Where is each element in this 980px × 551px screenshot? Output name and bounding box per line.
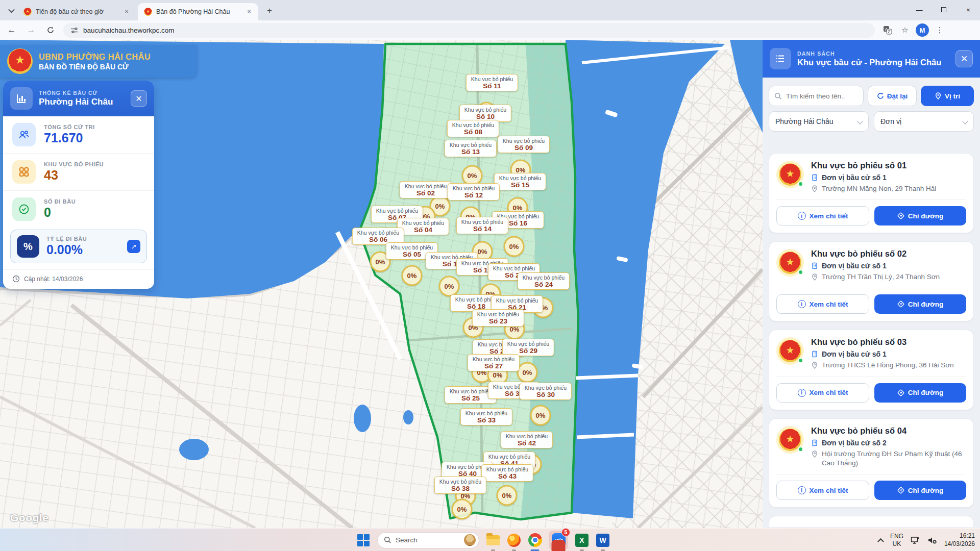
sidebar-header: DANH SÁCH Khu vực bầu cử - Phường Hải Ch… — [763, 40, 980, 78]
stat-total-voters: TỔNG SỐ CỬ TRI 71.670 — [3, 116, 154, 153]
check-circle-icon — [12, 197, 36, 221]
info-icon: i — [798, 389, 806, 397]
tab-election-progress[interactable]: Tiến độ bầu cử theo giờ × — [17, 3, 136, 20]
directions-button[interactable]: Chỉ đường — [874, 481, 966, 500]
divider — [776, 199, 966, 200]
polling-station-card: Khu vực bỏ phiếu số 01Đơn vị bầu cử số 1… — [769, 153, 974, 233]
ward-filter-select[interactable]: Phường Hải Châu — [769, 111, 869, 132]
search-icon — [384, 536, 391, 544]
sidebar: DANH SÁCH Khu vực bầu cử - Phường Hải Ch… — [763, 40, 980, 528]
grid-icon — [12, 160, 36, 184]
location-pin-icon — [811, 450, 818, 458]
directions-button[interactable]: Chỉ đường — [874, 294, 966, 314]
stats-header-title: Phường Hải Châu — [39, 97, 113, 107]
google-logo: Google — [10, 512, 48, 524]
view-details-button[interactable]: iXem chi tiết — [776, 383, 869, 403]
close-window-icon[interactable]: × — [961, 2, 976, 17]
taskbar-search[interactable]: Search — [377, 532, 479, 548]
status-dot — [798, 358, 803, 363]
building-icon — [811, 439, 818, 446]
emblem-avatar — [776, 161, 804, 188]
volume-muted-icon[interactable] — [927, 536, 937, 544]
tab-close-icon[interactable]: × — [122, 8, 131, 16]
updated-at: Cập nhật: 14/03/2026 — [24, 276, 83, 283]
maximize-icon[interactable] — [936, 2, 951, 17]
profile-avatar[interactable]: M — [916, 23, 929, 37]
card-unit: Đơn vị bầu cử số 1 — [811, 262, 940, 270]
zalo-icon[interactable]: Zalo 5 — [549, 531, 568, 550]
view-details-button[interactable]: iXem chi tiết — [776, 481, 869, 500]
search-highlight-icon[interactable] — [464, 534, 476, 546]
view-details-button[interactable]: iXem chi tiết — [776, 206, 869, 226]
card-address: Trường TH Trần Thị Lý, 24 Thanh Sơn — [811, 272, 940, 282]
translate-icon[interactable]: A — [881, 23, 894, 37]
banner-subtitle: BẢN ĐỒ TIẾN ĐỘ BẦU CỬ — [39, 63, 151, 71]
banner-org: UBND PHƯỜNG HẢI CHÂU — [39, 52, 151, 62]
building-icon — [811, 350, 818, 358]
unit-filter-select[interactable]: Đơn vị — [874, 111, 974, 132]
stat-polling-areas: KHU VỰC BỎ PHIẾU 43 — [3, 153, 154, 190]
divider — [776, 474, 966, 474]
tab-ward-map[interactable]: Bản đồ Phường Hải Châu × — [138, 3, 258, 20]
start-button[interactable] — [356, 533, 371, 547]
directions-button[interactable]: Chỉ đường — [874, 383, 966, 403]
file-explorer-icon[interactable] — [486, 533, 500, 547]
percent-icon: % — [17, 235, 39, 258]
back-icon[interactable]: ← — [4, 22, 19, 38]
reload-icon[interactable] — [43, 22, 58, 38]
chevron-down-icon — [857, 118, 863, 124]
search-placeholder: Search — [396, 536, 418, 544]
firefox-icon[interactable] — [507, 533, 521, 547]
search-field[interactable] — [769, 86, 864, 106]
tab-search-button[interactable] — [5, 4, 17, 16]
clock[interactable]: 16:2114/03/2026 — [944, 532, 975, 548]
polling-station-card: Khu vực bỏ phiếu số 04Đơn vị bầu cử số 2… — [769, 418, 974, 508]
stat-label: TỶ LỆ ĐI BẦU — [46, 236, 87, 242]
location-button[interactable]: Vị trí — [921, 86, 974, 106]
word-icon[interactable]: W — [596, 533, 610, 547]
new-tab-button[interactable]: + — [263, 5, 276, 17]
directions-button[interactable]: Chỉ đường — [874, 206, 966, 226]
stats-panel: THỐNG KÊ BẦU CỬ Phường Hải Châu ✕ TỔNG S… — [3, 81, 154, 289]
bar-chart-icon — [10, 87, 33, 110]
stat-value: 71.670 — [44, 131, 95, 145]
network-icon[interactable] — [911, 536, 920, 544]
menu-kebab-icon[interactable]: ⋮ — [933, 23, 946, 37]
clock-icon — [12, 275, 20, 283]
sidebar-header-title: Khu vực bầu cử - Phường Hải Châu — [797, 58, 941, 67]
polling-station-card: Khu vực bỏ phiếu số 02Đơn vị bầu cử số 1… — [769, 241, 974, 321]
stat-label: KHU VỰC BỎ PHIẾU — [44, 161, 104, 167]
arrow-up-right-icon[interactable]: ↗ — [127, 240, 140, 253]
chevron-down-icon — [962, 118, 968, 124]
view-details-button[interactable]: iXem chi tiết — [776, 294, 869, 314]
tab-close-icon[interactable]: × — [245, 8, 253, 16]
card-address: Trường THCS Lê Hồng Phong, 36 Hải Sơn — [811, 361, 954, 370]
people-icon — [12, 123, 36, 146]
reset-icon — [877, 92, 884, 99]
polling-list: Khu vực bỏ phiếu số 01Đơn vị bầu cử số 1… — [769, 153, 974, 528]
site-info-icon[interactable] — [70, 27, 78, 34]
language-indicator[interactable]: ENGUK — [890, 533, 903, 548]
address-bar[interactable]: baucuhaichau.theworkpc.com — [63, 23, 875, 38]
minimize-icon[interactable]: — — [912, 2, 927, 17]
reset-button[interactable]: Đặt lại — [868, 86, 917, 106]
tray-chevron-icon[interactable] — [877, 538, 884, 545]
chrome-icon[interactable] — [528, 533, 542, 547]
tab-label: Bản đồ Phường Hải Châu — [156, 8, 241, 15]
stat-value: 0.00% — [46, 242, 87, 257]
divider — [776, 377, 966, 377]
close-icon[interactable]: ✕ — [955, 50, 973, 67]
card-unit: Đơn vị bầu cử số 1 — [811, 350, 954, 358]
status-dot — [798, 181, 803, 187]
card-title: Khu vực bỏ phiếu số 03 — [811, 337, 954, 347]
excel-icon[interactable]: X — [575, 533, 589, 547]
list-icon — [770, 48, 791, 69]
card-title: Khu vực bỏ phiếu số 01 — [811, 161, 936, 170]
bookmark-star-icon[interactable]: ☆ — [898, 23, 912, 37]
tab-separator — [134, 7, 134, 16]
close-icon[interactable]: ✕ — [131, 90, 147, 107]
stat-label: SỐ ĐI BẦU — [44, 198, 76, 205]
forward-icon[interactable]: → — [23, 22, 39, 38]
status-dot — [798, 446, 803, 452]
search-input[interactable] — [786, 92, 847, 100]
